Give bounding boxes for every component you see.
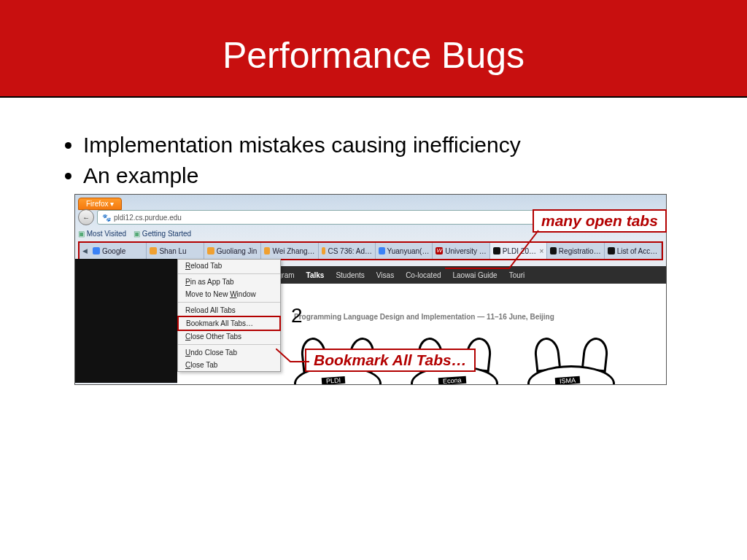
browser-tab[interactable]: Shan Lu [147,243,204,259]
url-text: pldi12.cs.purdue.edu [114,214,182,222]
site-nav-item[interactable]: Laowai Guide [453,271,498,279]
ctx-separator [178,273,280,274]
back-button[interactable]: ← [78,209,94,225]
browser-tab[interactable]: List of Acc… [605,243,662,259]
ctx-item-bookmark-all-highlighted[interactable]: Bookmark All Tabs… [177,316,281,331]
browser-tab[interactable]: Yuanyuan(… [376,243,433,259]
panda-logo: ISMA [527,343,615,384]
browser-tab[interactable]: CS 736: Ad… [319,243,376,259]
bookmark-item[interactable]: Getting Started [133,230,191,238]
tab-scroll-left[interactable]: ◀ [80,243,90,259]
ctx-item[interactable]: Reload All Tabs [178,304,280,316]
bullet-list: Implementation mistakes causing ineffici… [58,133,703,188]
bookmark-item[interactable]: Most Visited [78,230,126,238]
slide-body: Implementation mistakes causing ineffici… [0,98,747,385]
site-nav-item[interactable]: Co-located [406,271,441,279]
ctx-item[interactable]: Close Other Tabs [178,330,280,343]
site-identity-icon: 🐾 [102,214,111,222]
firefox-app-button[interactable]: Firefox ▾ [78,198,122,210]
ctx-separator [178,344,280,345]
bullet-item: An example [83,163,703,188]
site-nav-item-active[interactable]: Talks [306,271,325,279]
browser-tab[interactable]: Wei Zhang… [261,243,318,259]
site-nav-item[interactable]: Visas [376,271,394,279]
tab-context-menu: Reload Tab Pin as App Tab Move to New Wi… [177,259,281,372]
browser-tab[interactable]: Google [90,243,147,259]
bullet-item: Implementation mistakes causing ineffici… [83,133,703,158]
slide-title-bar: Performance Bugs [0,0,747,98]
firefox-app-label: Firefox [86,200,109,208]
tab-close-icon[interactable]: × [539,247,543,255]
browser-tab[interactable]: Guoliang Jin [204,243,261,259]
year-trailing-digit: 2 [291,304,303,327]
browser-tab[interactable]: WUniversity … [433,243,489,259]
tab-strip-highlighted: ◀ Google Shan Lu Guoliang Jin Wei Zhang…… [78,241,663,260]
browser-tab[interactable]: Registratio… [547,243,604,259]
annotation-bookmark-all-tabs: Bookmark All Tabs… [305,349,476,372]
page-sidebar-dark [75,259,177,383]
site-nav-item[interactable]: Students [336,271,364,279]
browser-tab-active[interactable]: PLDI 20…× [490,243,547,259]
ctx-item[interactable]: Pin as App Tab [178,276,280,288]
ctx-item[interactable]: Undo Close Tab [178,346,280,359]
annotation-many-open-tabs: many open tabs [533,209,667,233]
ctx-item[interactable]: Close Tab [178,359,280,371]
slide-title: Performance Bugs [222,20,525,77]
site-nav-item[interactable]: Touri [509,271,525,279]
ctx-item[interactable]: Move to New Window [178,288,280,300]
ctx-item[interactable]: Reload Tab [178,260,280,272]
ctx-separator [178,302,280,303]
